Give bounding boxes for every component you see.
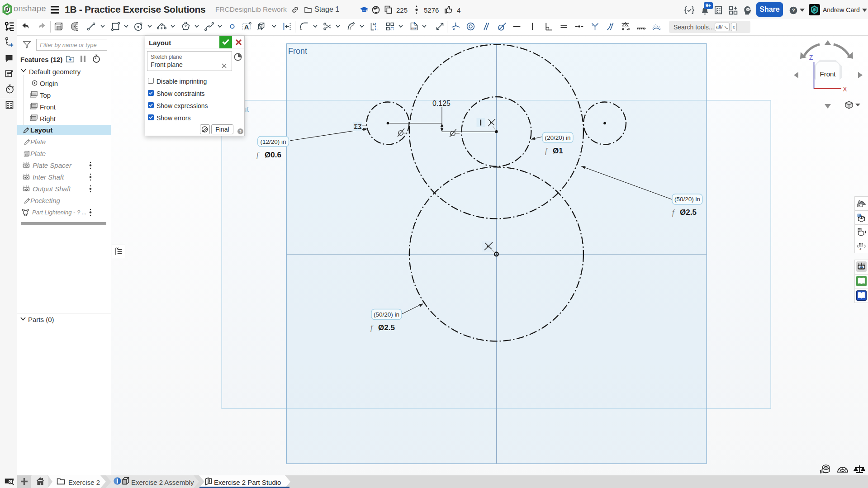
svg-text:x: x <box>859 246 862 251</box>
svg-text:Σ: Σ <box>354 123 358 130</box>
svg-text:DXF: DXF <box>411 27 417 30</box>
svg-text:Ø1: Ø1 <box>553 147 563 155</box>
svg-text:(20/20) in: (20/20) in <box>545 134 570 141</box>
svg-text:?: ? <box>239 129 242 134</box>
svg-text:Front: Front <box>820 70 836 78</box>
svg-text:X: X <box>843 85 847 93</box>
svg-text:(50/20) in: (50/20) in <box>674 196 700 203</box>
svg-text:Front: Front <box>288 47 307 56</box>
svg-text:A: A <box>244 24 249 31</box>
svg-text:?: ? <box>792 7 795 13</box>
svg-text:Z: Z <box>809 54 813 61</box>
svg-text:Ø2.5: Ø2.5 <box>378 323 395 332</box>
svg-text:(12/20) in: (12/20) in <box>260 138 286 145</box>
svg-text:Ø2.5: Ø2.5 <box>680 208 697 217</box>
svg-text:Σ: Σ <box>358 123 361 130</box>
svg-text:(50/20) in: (50/20) in <box>374 311 399 318</box>
svg-text:Ø0.6: Ø0.6 <box>265 151 281 159</box>
svg-text:0.125: 0.125 <box>432 99 451 107</box>
